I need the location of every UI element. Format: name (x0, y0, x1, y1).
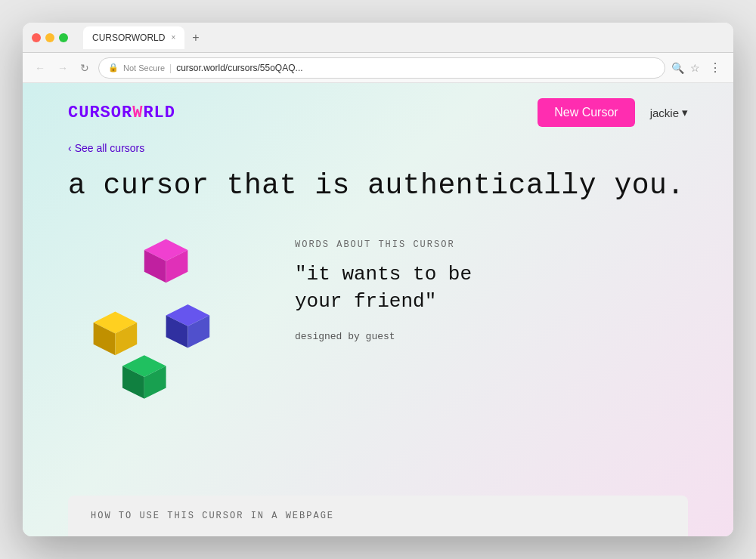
site-logo: CURSORWRLD (68, 103, 175, 122)
cubes-svg (68, 232, 249, 413)
user-name: jackie (650, 107, 679, 119)
back-link-text: See all cursors (75, 142, 145, 154)
site-nav: CURSORWRLD New Cursor jackie ▾ (23, 83, 733, 142)
url-bar[interactable]: 🔒 Not Secure | cursor.world/cursors/55oQ… (98, 57, 665, 79)
words-label: WORDS ABOUT THIS CURSOR (295, 239, 688, 250)
yellow-cube (94, 312, 138, 356)
quote-line1: "it wants to be (295, 263, 472, 286)
maximize-button[interactable] (59, 33, 68, 42)
traffic-lights (32, 33, 68, 42)
forward-button[interactable]: → (54, 60, 71, 76)
page-content: CURSORWRLD New Cursor jackie ▾ ‹ See all… (23, 83, 733, 536)
tab-close-icon[interactable]: × (171, 33, 175, 42)
close-button[interactable] (32, 33, 41, 42)
browser-window: CURSORWORLD × + ← → ↻ 🔒 Not Secure | cur… (23, 23, 733, 536)
info-panel: WORDS ABOUT THIS CURSOR "it wants to be … (295, 232, 688, 342)
back-link[interactable]: ‹ See all cursors (68, 142, 688, 154)
address-actions: 🔍 ☆ (671, 62, 700, 74)
search-icon[interactable]: 🔍 (671, 62, 684, 74)
back-chevron-icon: ‹ (68, 142, 72, 154)
lock-icon: 🔒 (108, 63, 119, 73)
new-cursor-button[interactable]: New Cursor (538, 98, 634, 127)
purple-cube (166, 304, 210, 348)
user-menu[interactable]: jackie ▾ (650, 106, 688, 119)
refresh-button[interactable]: ↻ (77, 60, 92, 76)
url-text: cursor.world/cursors/55oQAQ... (176, 63, 302, 73)
url-separator: | (169, 63, 172, 73)
quote-line2: your friend" (295, 290, 436, 313)
how-to-label: HOW TO USE THIS CURSOR IN A WEBPAGE (91, 511, 665, 521)
title-bar: CURSORWORLD × + (23, 23, 733, 53)
dropdown-icon: ▾ (682, 106, 688, 119)
cursor-showcase: WORDS ABOUT THIS CURSOR "it wants to be … (68, 232, 688, 398)
tab-title: CURSORWORLD (92, 32, 165, 43)
active-tab[interactable]: CURSORWORLD × (83, 26, 184, 49)
new-tab-button[interactable]: + (187, 31, 203, 45)
not-secure-label: Not Secure (123, 63, 165, 73)
pink-cube (144, 239, 188, 283)
tab-bar: CURSORWORLD × + (83, 26, 724, 49)
minimize-button[interactable] (45, 33, 54, 42)
designed-by: designed by guest (295, 331, 688, 342)
green-cube (122, 355, 166, 399)
main-content: ‹ See all cursors a cursor that is authe… (23, 142, 733, 496)
page-title: a cursor that is authentically you. (68, 169, 688, 202)
back-button[interactable]: ← (32, 60, 48, 76)
bottom-section: HOW TO USE THIS CURSOR IN A WEBPAGE (68, 496, 688, 536)
cursor-quote: "it wants to be your friend" (295, 261, 688, 316)
nav-right: New Cursor jackie ▾ (538, 98, 688, 127)
browser-menu-icon[interactable]: ⋮ (706, 60, 724, 75)
cubes-area (68, 232, 249, 398)
bookmark-icon[interactable]: ☆ (690, 62, 700, 74)
address-bar: ← → ↻ 🔒 Not Secure | cursor.world/cursor… (23, 53, 733, 83)
